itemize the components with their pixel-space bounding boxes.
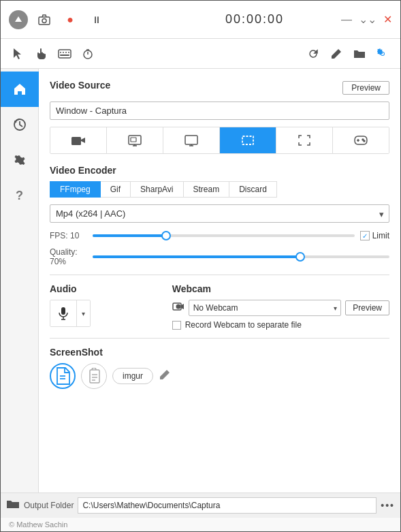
expand-button[interactable]: ⌄⌄ [359,13,376,26]
fps-slider-thumb[interactable] [161,231,171,240]
screenshot-edit-button[interactable] [159,369,171,384]
svg-point-30 [364,140,365,142]
encoder-tab-ffmpeg[interactable]: FFmpeg [50,181,101,198]
toolbar-tools [9,44,298,63]
encoder-tab-sharpavi[interactable]: SharpAvi [130,181,183,198]
svg-marker-0 [15,16,22,22]
footer-path-display: C:\Users\Mathew\Documents\Captura [78,497,376,514]
video-source-input[interactable] [50,101,389,120]
titlebar-right: — ⌄⌄ ✕ [341,13,392,26]
fps-label: FPS: 10 [50,231,87,240]
folder-tool[interactable] [350,44,369,63]
screenshot-buttons-row: imgur [50,363,389,389]
settings-tool[interactable] [373,44,392,63]
fps-limit-checkbox[interactable]: ✓ [360,231,370,240]
sidebar-item-settings[interactable] [1,142,39,178]
codec-select[interactable]: Mp4 (x264 | AAC) Mp4 (x264) Mp4 (AAC) Mk… [50,204,389,223]
screenshot-button[interactable] [35,10,54,29]
source-gamepad-button[interactable] [333,127,389,153]
timer-display: 00:00:00 [175,12,334,27]
webcam-controls-row: No Webcam Preview [172,300,389,316]
pause-button[interactable]: ⏸ [86,10,106,29]
screenshot-imgur-button[interactable]: imgur [112,368,153,384]
fps-limit-check: ✓ Limit [360,231,389,240]
video-source-title: Video Source [50,80,110,91]
refresh-tool[interactable] [304,44,323,63]
webcam-title: Webcam [172,283,389,294]
svg-rect-4 [59,50,71,58]
copyright-text: © Mathew Sachin [9,520,67,529]
webcam-select[interactable]: No Webcam [189,300,342,316]
content-area: Video Source Preview [39,69,400,492]
source-fullscreen-button[interactable] [276,127,333,153]
source-region-button[interactable] [220,127,276,153]
audio-title: Audio [50,283,159,294]
fps-row: FPS: 10 ✓ Limit [50,231,389,240]
fps-slider-fill [93,234,166,237]
audio-mic-button[interactable] [50,300,76,326]
app-icon-button[interactable] [9,10,28,29]
encoder-tab-gif[interactable]: Gif [100,181,131,198]
svg-rect-31 [61,307,65,315]
quality-slider-track[interactable] [93,255,389,258]
svg-marker-3 [14,48,21,59]
webcam-record-checkbox[interactable] [172,321,181,330]
sidebar-item-home[interactable] [1,72,39,107]
video-source-type-row [50,127,389,154]
source-camera-button[interactable] [50,127,107,153]
webcam-icon [172,302,185,314]
video-encoder-title: Video Encoder [50,165,389,176]
quality-row: Quality: 70% [50,247,389,266]
audio-dropdown-button[interactable]: ▾ [76,300,90,326]
audio-webcam-row: Audio ▾ Webcam [50,283,389,330]
quality-slider-fill [93,255,300,258]
fps-slider-track[interactable] [93,234,355,237]
svg-point-29 [362,139,364,140]
svg-rect-1 [39,17,50,25]
footer-folder-icon [6,499,20,512]
timer-tool[interactable] [78,44,97,63]
encoder-tab-stream[interactable]: Stream [183,181,230,198]
titlebar-left: ● ⏸ [9,10,168,29]
pen-tool[interactable] [327,44,346,63]
svg-marker-18 [81,138,85,143]
video-source-preview-button[interactable]: Preview [342,81,389,95]
svg-rect-39 [90,370,99,383]
divider-2 [50,338,389,339]
minimize-button[interactable]: — [341,14,352,26]
source-monitor-window-button[interactable] [107,127,163,153]
quality-slider-thumb[interactable] [295,252,305,262]
audio-section: Audio ▾ [50,283,159,330]
divider-1 [50,275,389,275]
codec-select-wrap: Mp4 (x264 | AAC) Mp4 (x264) Mp4 (AAC) Mk… [50,204,389,223]
toolbar-right-tools [304,44,392,63]
source-monitor-button[interactable] [163,127,220,153]
footer-more-button[interactable]: ••• [381,500,395,511]
close-button[interactable]: ✕ [383,13,392,26]
copyright-bar: © Mathew Sachin [1,517,400,531]
webcam-record-row: Record Webcam to separate file [172,320,389,330]
sidebar-item-help[interactable]: ? [1,178,39,213]
record-button[interactable]: ● [61,10,80,29]
svg-point-34 [176,304,180,309]
svg-rect-23 [185,136,197,144]
svg-rect-22 [131,138,136,142]
keyboard-tool[interactable] [55,44,74,63]
fps-limit-label: Limit [372,231,389,240]
webcam-preview-button[interactable]: Preview [345,300,389,315]
encoder-tab-discard[interactable]: Discard [229,181,277,198]
webcam-section: Webcam No Webcam [172,283,389,330]
sidebar-item-history[interactable] [1,107,39,142]
screenshot-file-button[interactable] [50,363,76,389]
screenshot-clipboard-button[interactable] [81,363,107,389]
webcam-select-wrap: No Webcam [189,300,342,316]
audio-controls: ▾ [50,300,91,327]
cursor-tool[interactable] [9,44,28,63]
svg-rect-26 [242,136,253,144]
hand-tool[interactable] [32,44,51,63]
quality-label: Quality: 70% [50,247,87,266]
footer: Output Folder C:\Users\Mathew\Documents\… [1,492,400,517]
toolbar [1,39,400,69]
main-layout: ? Video Source Preview [1,69,400,492]
svg-point-2 [42,18,46,22]
